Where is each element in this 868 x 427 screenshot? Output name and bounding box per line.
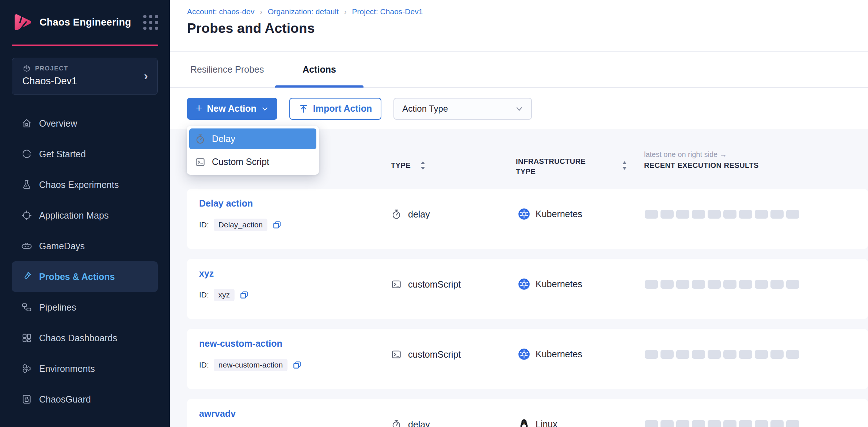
- new-action-button[interactable]: + New Action: [187, 98, 277, 120]
- execution-result-placeholder: [723, 210, 736, 219]
- execution-result-placeholder: [770, 350, 784, 359]
- execution-result-placeholder: [770, 210, 784, 219]
- execution-result-placeholder: [708, 420, 721, 427]
- execution-result-placeholder: [786, 210, 799, 219]
- hexagons-icon: [21, 363, 32, 374]
- execution-result-placeholder: [660, 280, 674, 289]
- execution-result-placeholder: [692, 420, 705, 427]
- sidebar-item-label: Chaos Experiments: [39, 180, 119, 190]
- import-action-button[interactable]: Import Action: [289, 98, 382, 120]
- copy-icon[interactable]: [272, 220, 282, 230]
- tab-bar: Resilience Probes Actions: [170, 52, 868, 88]
- progress-circle-icon: [21, 149, 32, 159]
- lock-icon: [21, 394, 32, 405]
- sidebar-item-environments[interactable]: Environments: [12, 353, 158, 384]
- chevron-right-icon: ›: [260, 8, 262, 16]
- main-content: Account: chaos-dev › Organization: defau…: [170, 0, 868, 427]
- new-action-label: New Action: [207, 103, 256, 114]
- copy-icon[interactable]: [239, 290, 249, 300]
- execution-result-placeholder: [723, 280, 736, 289]
- copy-icon[interactable]: [292, 360, 302, 370]
- execution-result-placeholder: [645, 280, 658, 289]
- sidebar-item-application-maps[interactable]: Application Maps: [12, 200, 158, 231]
- action-id-row: ID: xyz: [199, 289, 249, 301]
- menu-item-label: Custom Script: [212, 157, 269, 167]
- table-row: awrvadv delay Linux: [187, 399, 868, 427]
- infrastructure-value: Kubernetes: [536, 349, 582, 359]
- execution-result-placeholder: [739, 350, 752, 359]
- project-selector[interactable]: PROJECT Chaos-Dev1 ›: [12, 58, 158, 95]
- execution-result-placeholder: [708, 280, 721, 289]
- table-row: new-custom-action ID: new-custom-action …: [187, 329, 868, 389]
- project-name: Chaos-Dev1: [22, 76, 150, 87]
- action-type-select[interactable]: Action Type: [393, 98, 532, 120]
- execution-result-placeholder: [645, 350, 658, 359]
- module-switcher-icon[interactable]: [143, 15, 158, 30]
- project-label: PROJECT: [35, 65, 68, 72]
- execution-result-placeholder: [770, 280, 784, 289]
- sidebar: Chaos Engineering PROJECT Chaos-Dev1 › O…: [0, 0, 170, 427]
- sidebar-item-get-started[interactable]: Get Started: [12, 139, 158, 169]
- execution-result-placeholder: [723, 350, 736, 359]
- infrastructure-value: Kubernetes: [536, 209, 582, 219]
- table-row: xyz ID: xyz customScript Kubernetes: [187, 259, 868, 319]
- sidebar-item-chaos-dashboards[interactable]: Chaos Dashboards: [12, 323, 158, 353]
- recent-execution-results: [645, 280, 799, 289]
- tab-actions[interactable]: Actions: [275, 52, 363, 87]
- action-name-link[interactable]: awrvadv: [199, 408, 236, 419]
- sidebar-item-label: Application Maps: [39, 210, 108, 221]
- sort-type-icon[interactable]: [420, 161, 426, 170]
- sidebar-item-label: Environments: [39, 363, 95, 374]
- table-row: Delay action ID: Delay_action delay Kube…: [187, 189, 868, 249]
- action-name-link[interactable]: xyz: [199, 268, 214, 279]
- sidebar-item-chaosguard[interactable]: ChaosGuard: [12, 384, 158, 415]
- execution-result-placeholder: [676, 350, 689, 359]
- stopwatch-icon: [391, 419, 402, 427]
- menu-item-delay[interactable]: Delay: [189, 128, 316, 149]
- sort-infrastructure-icon[interactable]: [622, 161, 627, 170]
- execution-result-placeholder: [723, 420, 736, 427]
- test-tube-icon: [21, 271, 32, 282]
- sidebar-item-label: GameDays: [39, 241, 85, 251]
- execution-result-placeholder: [739, 210, 752, 219]
- sidebar-nav: Overview Get Started Chaos Experiments A…: [0, 108, 170, 415]
- infrastructure-value: Kubernetes: [536, 279, 582, 289]
- column-header-recent-execution-results: RECENT EXECUTION RESULTS: [644, 161, 759, 170]
- breadcrumb-account[interactable]: Account: chaos-dev: [187, 7, 254, 16]
- sidebar-item-probes-actions[interactable]: Probes & Actions: [12, 261, 158, 292]
- action-name-link[interactable]: new-custom-action: [199, 338, 282, 349]
- infrastructure-cell: Kubernetes: [518, 278, 582, 290]
- type-cell: customScript: [391, 279, 461, 290]
- sidebar-item-overview[interactable]: Overview: [12, 108, 158, 139]
- breadcrumb-organization[interactable]: Organization: default: [268, 7, 339, 16]
- upload-icon: [299, 104, 308, 114]
- stopwatch-icon: [391, 209, 402, 220]
- terminal-icon: [391, 279, 402, 290]
- execution-result-placeholder: [786, 280, 799, 289]
- type-value: delay: [408, 209, 430, 220]
- execution-result-placeholder: [645, 210, 658, 219]
- sidebar-item-pipelines[interactable]: Pipelines: [12, 292, 158, 323]
- sidebar-item-chaos-experiments[interactable]: Chaos Experiments: [12, 169, 158, 200]
- menu-item-custom-script[interactable]: Custom Script: [189, 151, 316, 172]
- breadcrumb: Account: chaos-dev › Organization: defau…: [187, 7, 868, 16]
- type-cell: customScript: [391, 349, 461, 360]
- sidebar-item-label: ChaosGuard: [39, 394, 91, 405]
- id-label: ID:: [199, 291, 209, 299]
- execution-result-placeholder: [755, 280, 768, 289]
- action-name-link[interactable]: Delay action: [199, 198, 253, 209]
- sidebar-item-gamedays[interactable]: GameDays: [12, 231, 158, 261]
- brand-divider: [12, 45, 158, 46]
- execution-result-placeholder: [739, 420, 752, 427]
- execution-result-placeholder: [739, 280, 752, 289]
- recent-execution-results: [645, 420, 799, 427]
- type-cell: delay: [391, 419, 430, 427]
- type-value: customScript: [408, 349, 461, 360]
- recent-results-hint: latest one on right side →: [644, 150, 727, 159]
- stopwatch-icon: [195, 134, 206, 145]
- sidebar-item-label: Chaos Dashboards: [39, 333, 117, 343]
- sidebar-header: Chaos Engineering: [0, 0, 170, 45]
- breadcrumb-project[interactable]: Project: Chaos-Dev1: [352, 7, 423, 16]
- infrastructure-value: Linux: [536, 419, 557, 427]
- tab-resilience-probes[interactable]: Resilience Probes: [190, 52, 270, 87]
